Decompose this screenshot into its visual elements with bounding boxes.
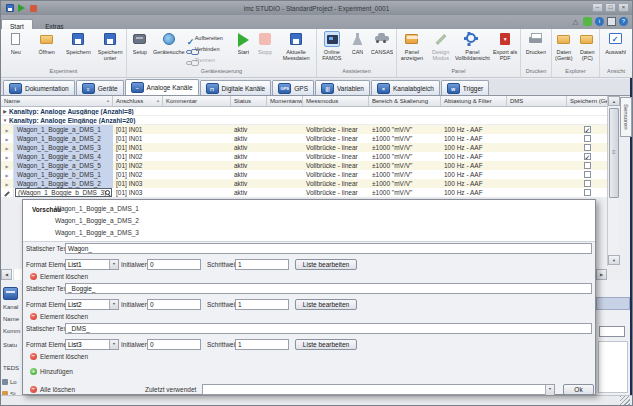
save-checkbox[interactable] [584,144,591,151]
initialwert-input[interactable]: 0 [147,259,201,270]
group-row-analoge-ausgaenge[interactable]: ▶Kanaltyp: Analoge Ausgänge (Anzahl=8) [1,107,607,116]
name-edit-input[interactable]: (Wagon_1_Boggie_b_DMS_3) [15,188,112,197]
collapse-ribbon-icon[interactable]: △ [571,17,580,26]
table-row-editing[interactable]: (Wagon_1_Boggie_b_DMS_3) [01] IN03 aktiv… [1,188,607,197]
help-icon[interactable]: ? [619,17,628,26]
start-button[interactable]: Start [232,29,254,55]
element-loeschen-label[interactable]: Element löschen [40,353,88,360]
col-header-dms[interactable]: DMS [507,96,567,106]
statischer-text-input[interactable]: _DMS_ [65,323,592,334]
panel-anzeigen-button[interactable]: Panel anzeigen [397,29,427,61]
ok-button[interactable]: Ok [563,384,594,395]
save-checkbox[interactable] [584,135,591,142]
element-loeschen-label[interactable]: Element löschen [40,273,88,280]
col-header-speichern[interactable]: Speichern (Gerät) [567,96,607,106]
collapse-icon[interactable]: ▼ [1,116,9,125]
name-assistant-icon[interactable] [105,190,110,195]
col-header-kommentar[interactable]: Kommentar [163,96,231,106]
oeffnen-button[interactable]: Öffnen [31,29,63,55]
speichern-button[interactable]: Speichern [63,29,95,55]
table-row[interactable]: ▶ Wagon_1_Boggie_a_DMS_3 [01] IN01 aktiv… [1,143,607,152]
col-header-abtastung[interactable]: Abtastung & Filter [441,96,507,106]
sensoren-side-tab[interactable]: Sensoren [620,97,632,137]
scroll-left-icon[interactable]: ◀ [1,269,12,280]
format-element-select[interactable]: List1▼ [65,259,119,270]
tab-dokumentation[interactable]: iDokumentation [3,80,75,95]
scrollbar-thumb[interactable] [609,108,619,198]
info-icon[interactable]: i [595,17,604,26]
aufbereiten-button[interactable]: ✓Aufbereiten [185,32,233,43]
liste-bearbeiten-button[interactable]: Liste bearbeiten [295,299,357,310]
save-checkbox[interactable] [584,180,591,187]
scroll-down-icon[interactable]: ▼ [608,255,620,265]
setup-button[interactable]: Setup [127,29,153,55]
tab-digitale-kanaele[interactable]: ⊓Digitale Kanäle [200,80,272,95]
daten-geraet-button[interactable]: Daten (Gerät) [552,29,576,61]
maximize-button[interactable]: □ [605,3,616,12]
delete-element-icon[interactable]: − [30,313,37,320]
delete-element-icon[interactable]: − [30,353,37,360]
zuletzt-verwendet-select[interactable]: ▼ [202,384,555,395]
table-row[interactable]: ▶ Wagon_1_Boggie_a_DMS_2 [01] IN01 aktiv… [1,134,607,143]
stopp-button[interactable]: Stopp [254,29,276,55]
details-input-fragment[interactable] [599,326,625,337]
table-row[interactable]: ▶ Wagon_1_Boggie_b_DMS_2 [01] IN03 aktiv… [1,179,607,188]
save-checkbox[interactable] [584,162,591,169]
cansas-button[interactable]: CANSAS [368,29,396,55]
statischer-text-input[interactable]: _Boggie_ [65,283,592,294]
initialwert-input[interactable]: 0 [147,339,201,350]
online-famos-button[interactable]: Online FAMOS [317,29,347,61]
speichern-unter-button[interactable]: Speichern unter [94,29,126,61]
daten-pc-button[interactable]: Daten (PC) [576,29,600,61]
format-element-select[interactable]: List3▼ [65,339,119,350]
panel-vollbild-button[interactable]: Panel Vollbildansicht [455,29,491,61]
scroll-right-icon[interactable]: ▶ [596,269,607,280]
table-row[interactable]: ▶ Wagon_1_Boggie_a_DMS_4 [01] IN02 aktiv… [1,152,607,161]
messdaten-speichern-button[interactable]: Aktuelle Messdaten speichern [276,29,316,61]
col-header-momentanwert[interactable]: Momentanwert [267,96,303,106]
save-checkbox[interactable] [584,171,591,178]
alle-loeschen-label[interactable]: Alle löschen [40,386,75,393]
col-header-name[interactable]: Name▲ [1,96,113,106]
tab-trigger[interactable]: wTrigger [441,80,489,95]
verbinden-button[interactable]: Verbinden [185,43,233,54]
schrittweite-input[interactable]: 1 [235,299,289,310]
export-pdf-button[interactable]: ▼Export als PDF [490,29,520,61]
auswahl-button[interactable]: ✓Auswahl [600,29,631,55]
hinzufuegen-label[interactable]: Hinzufügen [40,368,73,375]
logbook-tab[interactable]: Lo [2,379,17,385]
tab-kanalabgleich[interactable]: ×Kanalabgleich [371,80,440,95]
liste-bearbeiten-button[interactable]: Liste bearbeiten [295,339,357,350]
save-checkbox[interactable] [584,153,591,160]
vertical-scrollbar[interactable]: ▲ ▼ [607,96,619,266]
resize-grip[interactable] [620,396,630,406]
statischer-text-input[interactable]: Wagon_ [65,243,592,254]
format-element-select[interactable]: List2▼ [65,299,119,310]
tab-analoge-kanaele[interactable]: ~Analoge Kanäle [125,79,199,95]
schrittweite-input[interactable]: 1 [235,339,289,350]
element-loeschen-label[interactable]: Element löschen [40,313,88,320]
initialwert-input[interactable]: 0 [147,299,201,310]
col-header-messmodus[interactable]: Messmodus [303,96,369,106]
delete-element-icon[interactable]: − [30,273,37,280]
group-row-analoge-eingaenge[interactable]: ▼Kanaltyp: Analoge Eingänge (Anzahl=20) [1,116,607,125]
layout-icon[interactable] [607,17,616,26]
expand-icon[interactable]: ▶ [1,107,9,116]
tab-geraete[interactable]: ≡Geräte [76,80,124,95]
can-button[interactable]: CAN [347,29,369,55]
drucken-button[interactable]: Drucken [521,29,551,55]
table-row[interactable]: ▶ Wagon_1_Boggie_a_DMS_5 [01] IN02 aktiv… [1,161,607,170]
col-header-status[interactable]: Status [231,96,267,106]
tab-variablen[interactable]: |||Variablen [315,80,370,95]
scroll-up-icon[interactable]: ▲ [608,96,620,106]
col-header-bereich[interactable]: Bereich & Skalierung [369,96,441,106]
minimize-button[interactable]: – [592,3,603,12]
add-element-icon[interactable]: + [30,368,37,375]
tab-gps[interactable]: GPSGPS [272,80,314,95]
trennen-button[interactable]: Trennen [185,54,233,65]
design-modus-button[interactable]: Design Modus [427,29,455,61]
table-row[interactable]: ▶ Wagon_1_Boggie_b_DMS_1 [01] IN02 aktiv… [1,170,607,179]
table-row[interactable]: ▶ Wagon_1_Boggie_a_DMS_1 [01] IN01 aktiv… [1,125,607,134]
plugin-icon[interactable] [583,17,592,26]
geraetesuche-button[interactable]: Gerätesuche [153,29,185,55]
